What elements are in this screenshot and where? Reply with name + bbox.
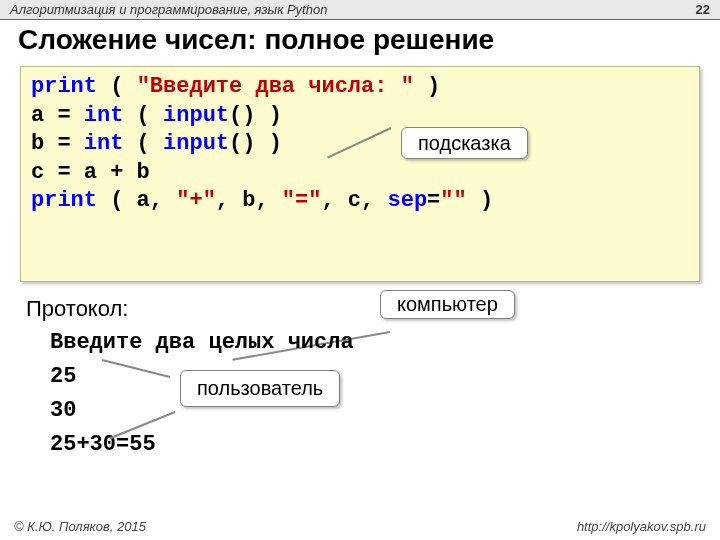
course-title: Алгоритмизация и программирование, язык … [10,2,327,17]
slide-title: Сложение чисел: полное решение [0,20,720,62]
protocol-line2: 25 [50,360,700,394]
hint-label: подсказка [401,127,528,159]
header-band: Алгоритмизация и программирование, язык … [0,0,720,19]
footer-url: http://kpolyakov.spb.ru [577,519,706,534]
footer: © К.Ю. Поляков, 2015 http://kpolyakov.sp… [0,519,720,534]
copyright: © К.Ю. Поляков, 2015 [14,519,146,534]
code-block: print ( "Введите два числа: " ) a = int … [20,66,700,282]
kw-print: print [31,74,97,99]
protocol-label: Протокол: [26,296,700,322]
computer-label: компьютер [380,290,515,319]
protocol-output: Введите два целых числа 25 30 25+30=55 п… [50,326,700,462]
protocol-line1: Введите два целых числа [50,326,700,360]
protocol-line4: 25+30=55 [50,428,700,462]
page-number: 22 [696,2,710,17]
protocol-section: компьютер Протокол: Введите два целых чи… [20,296,700,462]
hint-pointer [327,127,391,158]
user-label: пользователь [180,370,340,407]
